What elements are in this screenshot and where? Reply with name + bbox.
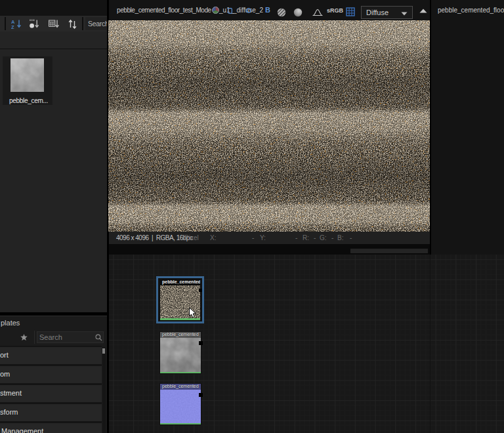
- svg-text:Z: Z: [11, 24, 14, 30]
